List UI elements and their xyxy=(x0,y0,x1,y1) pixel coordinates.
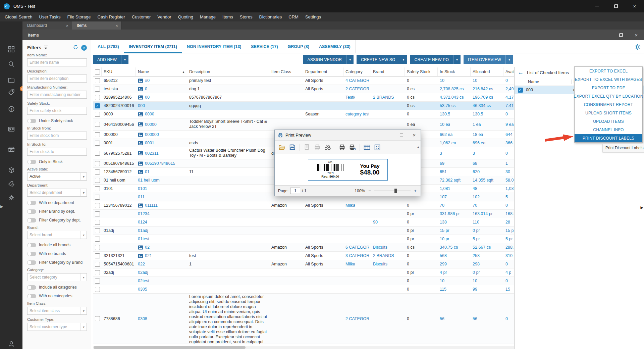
row-checkbox[interactable] xyxy=(95,122,100,127)
in-stock-link[interactable]: 662 ea xyxy=(440,132,452,137)
grid-settings-gear-icon[interactable] xyxy=(634,43,641,51)
allocated-link[interactable]: 48 xyxy=(473,186,477,191)
allocated-link[interactable]: 56 xyxy=(473,316,477,321)
available-link[interactable]: 644 xyxy=(505,132,513,137)
brand-select[interactable]: Select brand ▾ xyxy=(27,231,87,239)
item-name-link[interactable]: 0308 xyxy=(138,316,147,321)
available-link[interactable]: 2,49 xyxy=(505,87,514,91)
item-class-select[interactable]: Select item class ▾ xyxy=(27,307,87,315)
table-row[interactable]: 02test010100 xyxy=(93,277,536,285)
allocated-link[interactable]: 216.842 cs xyxy=(473,87,493,91)
category-link[interactable]: 2 CATEGORIES xyxy=(345,87,369,91)
manufacturing-number-input[interactable] xyxy=(27,91,87,99)
item-name-link[interactable]: 011111 xyxy=(145,203,158,208)
available-link[interactable]: 0 xyxy=(505,279,508,283)
allocated-link[interactable]: 46.334 cs xyxy=(473,103,491,108)
allocated-link[interactable]: 0 pr xyxy=(473,270,480,275)
row-checkbox[interactable] xyxy=(95,245,100,250)
table-row[interactable]: 123456789012011111AmazonAll SportsMilka0… xyxy=(93,201,536,210)
available-link[interactable]: 366 xyxy=(505,141,513,145)
menu-quoting[interactable]: Quoting xyxy=(174,12,197,21)
table-row[interactable]: 656212#0primary testAll Sports4 CATEGORI… xyxy=(93,77,536,85)
in-stock-link[interactable]: 70 xyxy=(440,203,444,208)
row-checkbox[interactable] xyxy=(95,316,100,321)
in-stock-link[interactable]: 340.75 cs xyxy=(440,245,458,250)
row-checkbox[interactable] xyxy=(95,262,100,267)
row-checkbox[interactable] xyxy=(95,132,100,137)
in-stock-link[interactable]: 10 xyxy=(440,78,444,83)
include-all-brands-toggle[interactable]: Include all brands xyxy=(27,242,87,248)
menu-global-search[interactable]: Global Search xyxy=(1,12,36,21)
active-state-select[interactable]: Active ▾ xyxy=(27,172,87,181)
allocated-link[interactable]: 620 xyxy=(473,169,480,174)
column-header-brand[interactable]: Brand xyxy=(371,67,405,76)
table-row[interactable]: 02adj02adj0 pr4 pr0 pr4 p xyxy=(93,268,536,277)
in-stock-link[interactable]: 651 xyxy=(440,169,447,174)
in-stock-link[interactable]: 53.75 cs xyxy=(440,103,455,108)
row-checkbox[interactable] xyxy=(95,186,100,191)
item-name-link[interactable]: 000 xyxy=(138,103,145,108)
select-all-checkbox[interactable] xyxy=(95,69,100,74)
allocated-link[interactable]: 0 pr xyxy=(473,228,480,233)
dialog-title-bar[interactable]: Print Preview × xyxy=(275,130,421,141)
quick-print-button[interactable] xyxy=(313,143,322,152)
item-name-link[interactable]: 0305 xyxy=(138,287,147,292)
menu-item-upload-items[interactable]: UPLOAD ITEMS xyxy=(575,117,642,126)
category-link[interactable]: Milka xyxy=(345,203,355,208)
in-stock-link[interactable]: 107 xyxy=(440,195,447,199)
available-link[interactable]: 1,03 xyxy=(505,186,514,191)
panel-resize-arrow[interactable]: ▶ xyxy=(641,205,643,210)
row-checkbox[interactable] xyxy=(95,95,100,100)
chevron-down-icon[interactable]: ▾ xyxy=(505,55,513,64)
in-stock-link[interactable]: 10 pr xyxy=(440,237,449,241)
in-stock-link[interactable]: 130.5 xyxy=(440,112,450,116)
table-row[interactable]: 030501159915 xyxy=(93,285,536,294)
available-link[interactable]: 0 xyxy=(505,316,508,321)
row-checkbox[interactable] xyxy=(95,237,100,242)
item-overview-button[interactable]: ITEM OVERVIEW ▾ xyxy=(464,55,513,64)
menu-items[interactable]: Items xyxy=(219,12,236,21)
allocated-link[interactable]: 3 xyxy=(473,151,475,156)
available-link[interactable]: 30 xyxy=(505,169,510,174)
item-name-link[interactable]: 022 xyxy=(138,262,145,266)
item-name-link[interactable]: 0 xyxy=(145,87,147,91)
allocated-link[interactable]: 18 ea xyxy=(473,132,483,137)
available-link[interactable]: 310 xyxy=(505,253,513,258)
table-row[interactable]: 00000000Seasoncategory test0130.5130.50 xyxy=(93,110,536,118)
items-restore-button[interactable] xyxy=(613,30,629,40)
available-link[interactable]: 0 xyxy=(505,78,508,83)
close-icon[interactable]: × xyxy=(66,23,68,28)
item-name-link[interactable]: 021 xyxy=(145,253,152,258)
available-link[interactable]: 0 xyxy=(505,262,508,266)
with-no-brands-toggle[interactable]: With no brands xyxy=(27,250,87,257)
global-search-icon[interactable] xyxy=(8,60,15,68)
inventory-box-icon[interactable] xyxy=(8,166,15,174)
category-link[interactable]: category test xyxy=(345,112,369,116)
available-link[interactable]: 4,17 xyxy=(505,95,514,100)
money-icon[interactable]: $ xyxy=(8,105,15,113)
item-name-link[interactable]: 01234 xyxy=(138,211,150,216)
row-checkbox[interactable]: ✓ xyxy=(518,88,523,93)
data-grid-button[interactable] xyxy=(362,143,372,152)
available-link[interactable]: 5 pr xyxy=(505,237,513,241)
row-checkbox[interactable] xyxy=(95,151,100,156)
in-stock-link[interactable]: 331.986 pr xyxy=(440,211,460,216)
in-stock-link[interactable]: 138 xyxy=(440,220,447,225)
menu-item-print-discount-labels[interactable]: PRINT DISCOUNT LABELS xyxy=(575,134,642,142)
zoom-slider-thumb[interactable] xyxy=(394,189,397,193)
open-file-button[interactable] xyxy=(277,143,287,152)
filter-category-by-dept-toggle[interactable]: Filter Category by dept. xyxy=(27,217,87,223)
category-link[interactable]: 6 CATEGORIES xyxy=(345,245,369,250)
item-name-link[interactable]: 011 xyxy=(138,195,145,199)
allocated-link[interactable]: 70 xyxy=(473,203,477,208)
in-stock-from-input[interactable] xyxy=(27,132,87,140)
horizontal-scrollbar[interactable] xyxy=(93,346,536,349)
row-checkbox[interactable] xyxy=(95,78,100,83)
available-link[interactable]: 0 xyxy=(505,203,508,208)
row-checkbox[interactable] xyxy=(95,270,100,275)
tab-items[interactable]: Items × xyxy=(72,21,122,30)
item-name-link[interactable]: 0000 xyxy=(145,112,154,116)
filter-category-by-brand-toggle[interactable]: Filter Category by Brand xyxy=(27,259,87,266)
row-checkbox[interactable] xyxy=(95,253,100,258)
item-name-link[interactable]: 01 xyxy=(145,169,150,174)
